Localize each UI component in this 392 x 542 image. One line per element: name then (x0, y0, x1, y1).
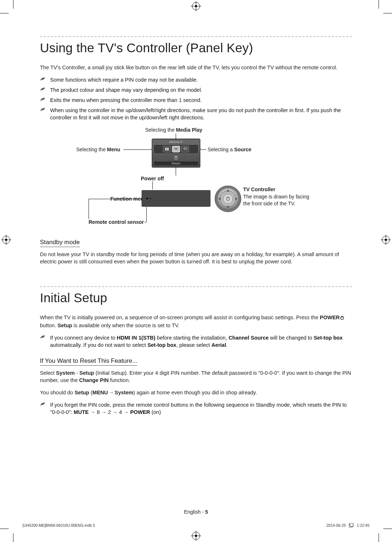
note-text: Some functions which require a PIN code … (50, 77, 198, 83)
svg-marker-3 (176, 148, 177, 150)
popup-return: Return (154, 161, 199, 166)
label-selecting-menu: Selecting the Menu (76, 147, 120, 152)
label-selecting-source: Selecting a Source (208, 147, 252, 152)
note-item: The product colour and shape may vary de… (40, 86, 352, 94)
svg-point-10 (223, 194, 233, 204)
registration-mark-icon (192, 532, 200, 540)
reset-heading: If You Want to Reset This Feature... (40, 357, 137, 366)
svg-rect-4 (184, 148, 187, 149)
note-item: Some functions which require a PIN code … (40, 76, 352, 83)
note-icon (40, 87, 46, 92)
svg-rect-1 (167, 148, 168, 151)
svg-rect-2 (168, 148, 169, 151)
page-number: English - 5 (184, 509, 208, 515)
note-icon (40, 77, 46, 82)
source-icon (181, 146, 189, 152)
note-icon (40, 107, 46, 112)
label-remote-sensor: Remote control sensor (89, 219, 144, 225)
remote-sensor-icon (146, 197, 148, 200)
registration-mark-icon (2, 236, 10, 244)
note-text: Exits the menu when pressing the control… (50, 97, 202, 103)
power-icon (174, 155, 178, 160)
pages-icon (349, 523, 354, 527)
svg-rect-20 (350, 523, 353, 526)
note-text: If you forget the PIN code, press the re… (50, 402, 347, 415)
note-icon (40, 97, 46, 102)
tv-controller-caption: The image is drawn by facing the front s… (243, 193, 312, 207)
controller-diagram: Selecting the Media Play Selecting the M… (40, 124, 352, 226)
note-text: If you connect any device to HDMI IN 1(S… (50, 335, 343, 348)
section1-notes: Some functions which require a PIN code … (40, 76, 352, 121)
note-icon (40, 334, 46, 340)
section1-heading: Using the TV's Controller (Panel Key) (40, 41, 352, 55)
section-divider (40, 36, 352, 37)
reset-p1: Select System - Setup (Initial Setup). E… (40, 369, 352, 384)
registration-mark-icon (192, 2, 200, 10)
section2-intro: When the TV is initially powered on, a s… (40, 314, 352, 329)
reset-notes: If you forget the PIN code, press the re… (40, 401, 352, 416)
tv-controller-joystick (214, 185, 242, 213)
popup-title: MEDIA.P (154, 140, 199, 144)
section1-intro: The TV's Controller, a small joy stick l… (40, 64, 352, 71)
standby-text: Do not leave your TV in standby mode for… (40, 251, 352, 265)
reset-p2: You should do Setup (MENU → System) agai… (40, 389, 352, 396)
page-content: Using the TV's Controller (Panel Key) Th… (40, 36, 352, 469)
menu-icon (163, 146, 171, 152)
print-footer-datetime: 2014-06-25 1:22:45 (326, 523, 369, 527)
label-power-off: Power off (141, 176, 164, 181)
registration-mark-icon (382, 236, 390, 244)
play-icon (172, 146, 180, 152)
print-footer-file: [UH5200-ME]BN68-06310U-00ENG.indb 5 (23, 523, 95, 527)
note-item: Exits the menu when pressing the control… (40, 97, 352, 104)
standby-heading: Standby mode (40, 239, 80, 247)
tv-panel (142, 190, 211, 207)
page-footer: English - 5 (40, 509, 352, 515)
label-tv-controller: TV Controller (243, 186, 275, 192)
svg-rect-0 (165, 148, 166, 151)
section2-heading: Initial Setup (40, 291, 352, 305)
note-item: If you connect any device to HDMI IN 1(S… (40, 334, 352, 349)
power-icon (340, 315, 344, 322)
label-media-play: Selecting the Media Play (145, 127, 202, 133)
note-text: The product colour and shape may vary de… (50, 87, 202, 93)
section-divider (40, 286, 352, 287)
note-item: When using the controller in the up/down… (40, 107, 352, 121)
note-icon (40, 402, 46, 407)
note-item: If you forget the PIN code, press the re… (40, 401, 352, 416)
note-text: When using the controller in the up/down… (50, 107, 341, 120)
function-menu-popup: MEDIA.P Return (152, 139, 200, 168)
section2-notes: If you connect any device to HDMI IN 1(S… (40, 334, 352, 349)
